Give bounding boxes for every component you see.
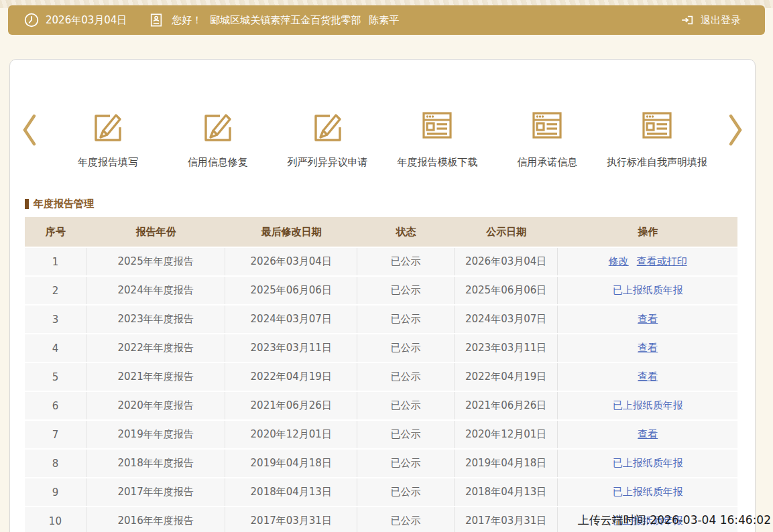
cell-status: 已公示 — [357, 306, 455, 333]
carousel-item-1[interactable]: 年度报告填写 — [53, 108, 163, 169]
action-link[interactable]: 查看 — [638, 342, 658, 354]
cell-last-modified: 2024年03月07日 — [225, 306, 357, 333]
cell-last-modified: 2019年04月18日 — [225, 450, 357, 477]
cell-last-modified: 2021年06月26日 — [225, 392, 357, 419]
carousel-item-5[interactable]: 信用承诺信息 — [492, 108, 602, 169]
cell-actions: 已上报纸质年报 — [558, 450, 737, 477]
table-row: 5 2021年年度报告 2022年04月19日 已公示 2022年04月19日 … — [25, 363, 737, 391]
cell-no: 4 — [25, 334, 86, 362]
cell-publish-date: 2017年03月31日 — [455, 507, 558, 532]
cell-actions: 已上报纸质年报 — [558, 392, 737, 419]
greeting-prefix: 您好！ — [172, 14, 202, 27]
section-title-text: 年度报告管理 — [34, 198, 94, 210]
cell-status: 已公示 — [357, 334, 455, 362]
carousel-prev-button[interactable] — [21, 112, 38, 148]
edit-pencil-icon — [200, 108, 235, 143]
carousel-item-label: 执行标准自我声明填报 — [607, 156, 707, 169]
table-row: 6 2020年年度报告 2021年06月26日 已公示 2021年06月26日 … — [25, 392, 737, 419]
cell-status: 已公示 — [357, 392, 455, 419]
document-page-icon — [530, 108, 564, 143]
company-name: 郾城区城关镇素萍五金百货批零部 — [210, 14, 361, 27]
carousel-item-2[interactable]: 信用信息修复 — [163, 108, 273, 169]
cell-no: 6 — [25, 392, 86, 419]
cell-last-modified: 2020年12月01日 — [225, 421, 357, 448]
cell-actions: 已上报纸质年报 — [558, 478, 737, 506]
cell-report-year: 2020年年度报告 — [86, 392, 226, 419]
cell-no: 2 — [25, 277, 86, 304]
annual-report-table: 序号报告年份最后修改日期状态公示日期操作 1 2025年年度报告 2026年03… — [25, 217, 737, 532]
cell-status: 已公示 — [357, 277, 455, 304]
carousel-item-label: 列严列异异议申请 — [288, 156, 368, 169]
carousel-item-4[interactable]: 年度报告模板下载 — [382, 108, 492, 169]
cell-status: 已公示 — [357, 507, 455, 532]
cell-last-modified: 2018年04月13日 — [225, 478, 357, 506]
cell-publish-date: 2018年04月13日 — [455, 478, 558, 506]
cell-publish-date: 2025年06月06日 — [455, 277, 558, 304]
cell-report-year: 2022年年度报告 — [86, 334, 226, 362]
cell-no: 1 — [25, 248, 86, 275]
cell-last-modified: 2017年03月31日 — [225, 507, 357, 532]
section-title-marker — [25, 199, 29, 209]
cell-actions: 已上报纸质年报 — [558, 277, 737, 304]
cell-report-year: 2024年年度报告 — [86, 277, 226, 304]
table-row: 9 2017年年度报告 2018年04月13日 已公示 2018年04月13日 … — [25, 478, 737, 506]
clock-icon — [23, 12, 40, 28]
current-date: 2026年03月04日 — [46, 14, 127, 27]
cell-publish-date: 2022年04月19日 — [455, 363, 558, 391]
cell-last-modified: 2025年06月06日 — [225, 277, 357, 304]
cell-actions: 查看 — [558, 334, 737, 362]
edit-pencil-icon — [91, 108, 125, 143]
cell-no: 9 — [25, 478, 86, 506]
carousel-next-button[interactable] — [727, 112, 744, 148]
action-link[interactable]: 查看 — [638, 428, 658, 441]
id-badge-icon — [149, 12, 164, 28]
action-text: 已上报纸质年报 — [613, 457, 683, 470]
action-text: 已上报纸质年报 — [613, 486, 683, 498]
cell-report-year: 2016年年度报告 — [86, 507, 226, 532]
cell-actions: 查看 — [558, 306, 737, 333]
cell-publish-date: 2020年12月01日 — [455, 421, 558, 448]
carousel-item-label: 年度报告填写 — [78, 156, 138, 169]
table-row: 4 2022年年度报告 2023年03月11日 已公示 2023年03月11日 … — [25, 334, 737, 362]
document-page-icon — [420, 108, 455, 143]
cell-actions: 查看 — [558, 363, 737, 391]
cell-no: 8 — [25, 450, 86, 477]
cell-no: 7 — [25, 421, 86, 448]
chevron-left-icon — [21, 113, 38, 147]
cell-last-modified: 2023年03月11日 — [225, 334, 357, 362]
logout-button[interactable]: 退出登录 — [680, 13, 741, 27]
section-title: 年度报告管理 — [25, 198, 755, 210]
main-card: 年度报告填写 信用信息修复 列严列异异议申请 年度报告模板下载 信用承诺信息 执… — [9, 59, 756, 532]
cell-report-year: 2021年年度报告 — [86, 363, 226, 391]
chevron-right-icon — [727, 113, 744, 147]
action-text: 已上报纸质年报 — [613, 399, 683, 412]
table-header-cell: 最后修改日期 — [225, 217, 357, 247]
cell-status: 已公示 — [357, 421, 455, 448]
action-link[interactable]: 修改 — [609, 255, 629, 268]
cell-publish-date: 2026年03月04日 — [455, 248, 558, 275]
cell-status: 已公示 — [357, 450, 455, 477]
table-row: 1 2025年年度报告 2026年03月04日 已公示 2026年03月04日 … — [25, 248, 737, 275]
action-link[interactable]: 查看 — [638, 313, 658, 326]
action-link[interactable]: 查看或打印 — [637, 255, 687, 268]
carousel-item-label: 信用承诺信息 — [517, 156, 577, 169]
table-row: 2 2024年年度报告 2025年06月06日 已公示 2025年06月06日 … — [25, 277, 737, 304]
cell-publish-date: 2021年06月26日 — [455, 392, 558, 419]
table-row: 3 2023年年度报告 2024年03月07日 已公示 2024年03月07日 … — [25, 306, 737, 333]
document-page-icon — [640, 108, 674, 143]
cell-no: 3 — [25, 306, 86, 333]
cell-publish-date: 2024年03月07日 — [455, 306, 558, 333]
action-link[interactable]: 查看 — [638, 371, 658, 383]
carousel-item-label: 年度报告模板下载 — [397, 156, 477, 169]
carousel-item-3[interactable]: 列严列异异议申请 — [273, 108, 383, 169]
carousel-item-6[interactable]: 执行标准自我声明填报 — [602, 108, 712, 169]
table-header-row: 序号报告年份最后修改日期状态公示日期操作 — [25, 217, 737, 247]
table-header-cell: 操作 — [558, 217, 737, 247]
logout-label: 退出登录 — [701, 14, 741, 27]
cell-status: 已公示 — [357, 248, 455, 275]
shortcut-carousel: 年度报告填写 信用信息修复 列严列异异议申请 年度报告模板下载 信用承诺信息 执… — [10, 108, 755, 172]
upload-timestamp-watermark: 上传云端时间:2026-03-04 16:46:02 — [578, 513, 771, 528]
table-header-cell: 状态 — [357, 217, 455, 247]
table-header-cell: 公示日期 — [455, 217, 558, 247]
topbar-date-group: 2026年03月04日 — [23, 12, 127, 28]
